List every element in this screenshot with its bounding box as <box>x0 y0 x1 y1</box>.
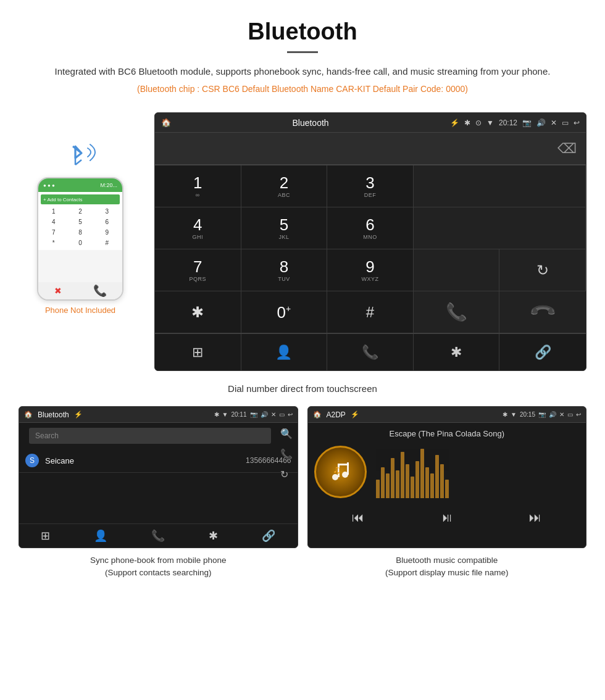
music-time: 20:15 <box>520 411 535 418</box>
nav-link-icon[interactable]: 🔗 <box>499 334 586 370</box>
pb-nav-contacts[interactable]: 👤 <box>94 529 107 543</box>
pb-x-icon[interactable]: ✕ <box>271 411 276 418</box>
music-content: Escape (The Pina Colada Song) ♫ <box>308 423 586 535</box>
svg-line-1 <box>75 160 81 165</box>
music-rect-icon: ▭ <box>567 411 573 418</box>
dial-screen: 🏠 Bluetooth ⚡ ✱ ⊙ ▼ 20:12 📷 🔊 ✕ ▭ ↩ ⌫ <box>154 112 586 371</box>
gps-icon: ⊙ <box>475 119 482 127</box>
pb-signal-icon: ▼ <box>222 411 228 418</box>
bluetooth-waves-icon <box>56 137 105 177</box>
play-pause-button[interactable]: ⏯ <box>441 510 453 525</box>
backspace-button[interactable]: ⌫ <box>557 141 577 157</box>
music-home-icon: 🏠 <box>313 410 322 419</box>
signal-icon: ▼ <box>486 119 494 127</box>
home-icon: 🏠 <box>161 118 171 127</box>
nav-dialpad-icon[interactable]: ⊞ <box>155 334 241 370</box>
key-3[interactable]: 3 DEF <box>327 165 414 207</box>
music-block: 🏠 A2DP ⚡ ✱ ▼ 20:15 📷 🔊 ✕ ▭ ↩ Escape (The <box>307 406 587 580</box>
contact-avatar: S <box>25 454 39 467</box>
prev-button[interactable]: ⏮ <box>352 510 364 525</box>
pb-cam-icon: 📷 <box>250 411 257 418</box>
volume-icon: 🔊 <box>536 119 546 127</box>
reload-cell[interactable]: ↻ <box>499 249 586 291</box>
pb-nav-link[interactable]: 🔗 <box>262 529 275 543</box>
album-art: ♫ <box>314 446 367 498</box>
close-icon[interactable]: ✕ <box>551 119 557 127</box>
pb-bottom-nav: ⊞ 👤 📞 ✱ 🔗 <box>19 523 298 548</box>
music-x-icon[interactable]: ✕ <box>559 411 564 418</box>
dial-time: 20:12 <box>499 119 517 127</box>
page-title: Bluetooth <box>37 19 568 45</box>
key-6[interactable]: 6 MNO <box>327 207 414 249</box>
dial-bottom-nav: ⊞ 👤 📞 ✱ 🔗 <box>155 333 586 370</box>
key-hash[interactable]: # <box>327 291 414 333</box>
phone-dialpad: 1 2 3 4 5 6 7 8 9 * 0 # <box>41 207 120 248</box>
pb-nav-grid[interactable]: ⊞ <box>41 529 50 543</box>
key-5[interactable]: 5 JKL <box>241 207 328 249</box>
pb-nav-bt[interactable]: ✱ <box>209 529 218 543</box>
music-cam-icon: 📷 <box>538 411 546 418</box>
music-caption: Bluetooth music compatible (Support disp… <box>385 554 509 580</box>
key-4[interactable]: 4 GHI <box>155 207 241 249</box>
music-back-icon[interactable]: ↩ <box>576 411 581 418</box>
pb-app-name: Bluetooth <box>38 410 69 419</box>
dial-display: ⌫ <box>155 133 586 165</box>
back-icon[interactable]: ↩ <box>574 119 580 127</box>
phonebook-block: 🏠 Bluetooth ⚡ ✱ ▼ 20:11 📷 🔊 ✕ ▭ ↩ <box>19 406 298 580</box>
pb-statusbar: 🏠 Bluetooth ⚡ ✱ ▼ 20:11 📷 🔊 ✕ ▭ ↩ <box>19 407 298 423</box>
empty-cell-2 <box>414 207 586 249</box>
phone-graphic: ● ● ● M:20... + Add to Contacts 1 2 3 4 … <box>19 112 142 315</box>
call-red-cell[interactable]: 📞 <box>499 291 586 333</box>
pb-nav-phone[interactable]: 📞 <box>151 529 165 543</box>
music-statusbar: 🏠 A2DP ⚡ ✱ ▼ 20:15 📷 🔊 ✕ ▭ ↩ <box>308 407 586 423</box>
camera-icon: 📷 <box>522 119 532 127</box>
pb-right-icons: 🔍 📞 ↻ <box>280 428 293 480</box>
key-8[interactable]: 8 TUV <box>241 249 328 291</box>
key-1[interactable]: 1 ∞ <box>155 165 241 207</box>
next-button[interactable]: ⏭ <box>529 510 541 525</box>
dial-caption: Dial number direct from touchscreen <box>0 377 605 406</box>
pb-call-icon[interactable]: 📞 <box>280 448 293 460</box>
nav-bluetooth-icon[interactable]: ✱ <box>414 334 500 370</box>
key-9[interactable]: 9 WXYZ <box>327 249 414 291</box>
dialpad-grid: 1 ∞ 2 ABC 3 DEF 4 GHI 5 JKL 6 <box>155 165 586 333</box>
pb-search-icon[interactable]: 🔍 <box>280 428 293 440</box>
empty-cell-3 <box>414 249 500 291</box>
key-7[interactable]: 7 PQRS <box>155 249 241 291</box>
music-bt-icon: ✱ <box>503 411 507 418</box>
nav-contacts-icon[interactable]: 👤 <box>241 334 328 370</box>
call-green-cell[interactable]: 📞 <box>414 291 500 333</box>
empty-cell-1 <box>414 165 586 207</box>
pb-refresh-icon[interactable]: ↻ <box>280 469 293 480</box>
pb-search-placeholder: Search <box>35 431 59 440</box>
svg-text:♫: ♫ <box>333 464 341 476</box>
phone-not-included-label: Phone Not Included <box>45 306 115 315</box>
phonebook-screen: 🏠 Bluetooth ⚡ ✱ ▼ 20:11 📷 🔊 ✕ ▭ ↩ <box>19 406 298 548</box>
music-app-name: A2DP <box>327 410 346 419</box>
bottom-screens: 🏠 Bluetooth ⚡ ✱ ▼ 20:11 📷 🔊 ✕ ▭ ↩ <box>0 406 605 580</box>
music-album-area: ♫ <box>314 446 580 498</box>
key-0[interactable]: 0+ <box>241 291 328 333</box>
music-song-title: Escape (The Pina Colada Song) <box>390 429 504 438</box>
music-usb-icon: ⚡ <box>351 410 359 419</box>
pb-bt-icon: ✱ <box>214 411 219 418</box>
dial-app-name: Bluetooth <box>292 118 328 128</box>
music-visualizer <box>376 446 580 498</box>
usb-icon: ⚡ <box>450 119 459 127</box>
music-controls: ⏮ ⏯ ⏭ <box>314 507 580 528</box>
key-star[interactable]: ✱ <box>155 291 241 333</box>
bt-music-icon: ♫ <box>328 460 353 485</box>
bluetooth-status-icon: ✱ <box>464 119 470 127</box>
phone-screen-content: + Add to Contacts 1 2 3 4 5 6 7 8 9 * 0 … <box>38 192 122 250</box>
screen-icon: ▭ <box>562 119 569 127</box>
contact-name: Seicane <box>45 456 240 465</box>
key-2[interactable]: 2 ABC <box>241 165 328 207</box>
pb-rect-icon: ▭ <box>279 411 285 418</box>
nav-recent-icon[interactable]: 📞 <box>327 334 414 370</box>
phonebook-caption: Sync phone-book from mobile phone (Suppo… <box>90 554 227 580</box>
pb-back-icon[interactable]: ↩ <box>288 411 293 418</box>
phonebook-search[interactable]: Search <box>29 428 271 444</box>
music-signal-icon: ▼ <box>511 411 517 418</box>
dial-statusbar: 🏠 Bluetooth ⚡ ✱ ⊙ ▼ 20:12 📷 🔊 ✕ ▭ ↩ <box>155 113 586 133</box>
page-specs: (Bluetooth chip : CSR BC6 Default Blueto… <box>37 84 568 94</box>
